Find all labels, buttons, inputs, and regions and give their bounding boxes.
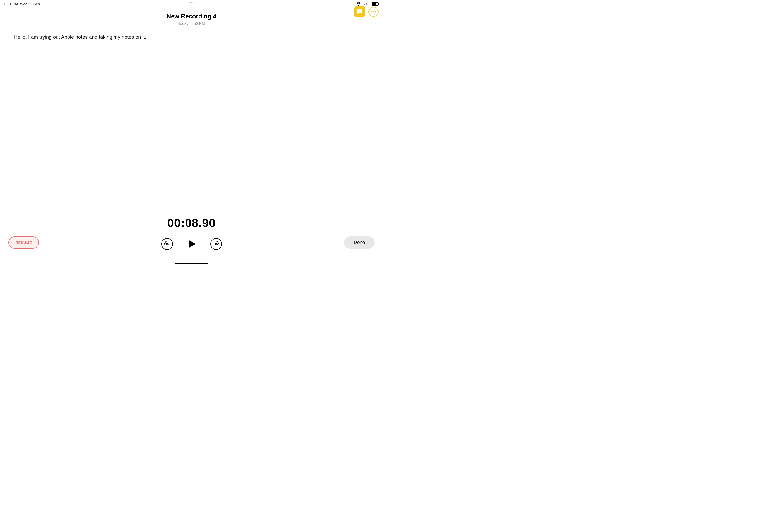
skip-back-button[interactable]: 15 — [160, 237, 174, 251]
svg-text:15: 15 — [165, 243, 168, 246]
status-right: 53% — [356, 2, 378, 6]
svg-marker-3 — [189, 240, 195, 248]
svg-text:15: 15 — [214, 243, 217, 246]
recording-timestamp: Today, 8:50 PM — [0, 21, 383, 26]
recording-title: New Recording 4 — [0, 13, 383, 20]
time-text: 00:08.90 — [167, 216, 216, 229]
home-indicator — [175, 263, 208, 264]
battery-percent: 53% — [363, 2, 370, 6]
playback-controls: 15 15 — [0, 237, 383, 251]
timer-display: 00:08.90 — [0, 216, 383, 230]
status-bar: 8:51 PM Wed 25 Sep 53% — [0, 0, 383, 8]
wifi-icon — [356, 2, 361, 6]
play-button[interactable] — [185, 237, 198, 251]
note-content: Hello, I am trying out Apple notes and t… — [14, 33, 369, 41]
done-button[interactable]: Done — [344, 236, 374, 249]
status-time-date: 8:51 PM Wed 25 Sep — [4, 2, 40, 6]
battery-icon — [372, 2, 378, 6]
resume-button[interactable]: RESUME — [8, 236, 39, 249]
skip-forward-button[interactable]: 15 — [209, 237, 223, 251]
recording-header: New Recording 4 Today, 8:50 PM — [0, 13, 383, 26]
